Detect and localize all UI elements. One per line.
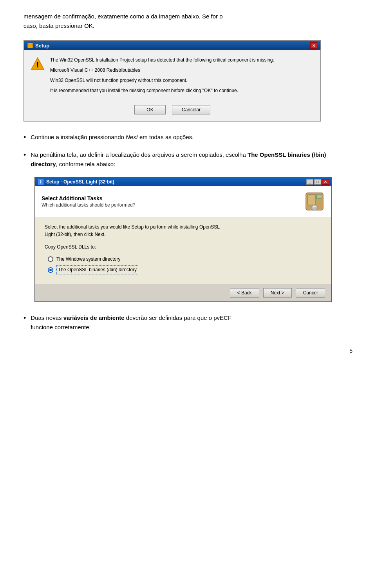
svg-rect-4 [316, 195, 322, 199]
intro-paragraph: mensagem de confirmação, exatamente como… [24, 12, 352, 31]
openssl-copy-label: Copy OpenSSL DLLs to: [45, 243, 322, 251]
page-content: mensagem de confirmação, exatamente como… [24, 12, 352, 354]
bullet3-line2: funcione corretamente: [31, 324, 90, 330]
openssl-header: Select Additional Tasks Which additional… [35, 186, 331, 217]
bullet1-part1: Continue a instalação pressionando [31, 134, 126, 140]
bullet-item-3: • Duas novas variáveis de ambiente dever… [24, 313, 352, 332]
openssl-header-icon: ⚙ [304, 191, 325, 212]
bullet-text-2: Na penúltima tela, ao definir a localiza… [31, 150, 352, 169]
bullet3-part2: deverão ser definidas para que o pvECF [125, 314, 232, 321]
setup-dialog-body: ! The Win32 OpenSSL Installation Project… [24, 50, 320, 102]
bullet-dot-2: • [24, 150, 26, 169]
radio-option-2[interactable]: The OpenSSL binaries (/bin) directory [48, 265, 322, 274]
openssl-dialog-title: Setup - OpenSSL Light (32-bit) [46, 179, 114, 185]
setup-warning-dialog: Setup ✕ ! The Win32 OpenSSL Installation… [24, 40, 321, 122]
openssl-window-controls: _ □ ✕ [306, 179, 329, 185]
setup-close-button[interactable]: ✕ [310, 42, 317, 49]
openssl-body: Select the additional tasks you would li… [35, 217, 331, 284]
bullet1-part3: opções. [172, 134, 194, 140]
openssl-titlebar: i Setup - OpenSSL Light (32-bit) _ □ ✕ [35, 178, 331, 186]
openssl-title-icon: i [38, 179, 44, 185]
bullet-dot-3: • [24, 313, 26, 332]
warning-line4: It is recommended that you install the m… [50, 87, 314, 94]
minimize-button[interactable]: _ [306, 179, 313, 185]
warning-icon-area: ! [31, 56, 45, 97]
openssl-body-line1: Select the additional tasks you would li… [45, 223, 322, 238]
svg-text:!: ! [36, 60, 39, 69]
radio-option-1[interactable]: The Windows system directory [48, 256, 322, 263]
setup-dialog-title: Setup [35, 43, 49, 49]
setup-title-left: Setup [27, 43, 49, 49]
bullet-item-2: • Na penúltima tela, ao definir a locali… [24, 150, 352, 169]
page-number: 5 [24, 348, 352, 354]
radio-group: The Windows system directory The OpenSSL… [48, 256, 322, 274]
bullet1-part2: em todas [138, 134, 165, 140]
openssl-header-title: Select Additional Tasks [42, 195, 135, 201]
bullet1-next: Next [126, 134, 138, 140]
close-button[interactable]: ✕ [322, 179, 329, 185]
bullet-item-1: • Continue a instalação pressionando Nex… [24, 132, 352, 142]
cancel-button[interactable]: Cancel [296, 288, 325, 298]
radio-label-1: The Windows system directory [56, 256, 120, 263]
radio-circle-2[interactable] [48, 267, 53, 273]
openssl-header-text: Select Additional Tasks Which additional… [42, 195, 135, 208]
bullet-dot-1: • [24, 132, 26, 142]
openssl-logo-icon: ⚙ [304, 191, 325, 212]
warning-line2: Microsoft Visual C++ 2008 Redistributabl… [50, 67, 314, 74]
bullet-text-1: Continue a instalação pressionando Next … [31, 132, 193, 142]
ok-button[interactable]: OK [134, 105, 166, 114]
warning-triangle-icon: ! [31, 56, 45, 71]
svg-rect-3 [308, 195, 316, 205]
radio-circle-1[interactable] [48, 256, 53, 262]
warning-line1: The Win32 OpenSSL Installation Project s… [50, 56, 314, 64]
intro-line2: caso, basta pressionar OK. [24, 22, 94, 29]
openssl-title-left: i Setup - OpenSSL Light (32-bit) [38, 179, 114, 185]
radio-label-2: The OpenSSL binaries (/bin) directory [56, 265, 138, 274]
maximize-button[interactable]: □ [314, 179, 321, 185]
svg-text:⚙: ⚙ [313, 207, 316, 209]
bullet-text-3: Duas novas variáveis de ambiente deverão… [31, 313, 231, 332]
openssl-setup-dialog: i Setup - OpenSSL Light (32-bit) _ □ ✕ S… [34, 177, 332, 302]
bullet2-part2: , conforme tela abaixo: [56, 161, 116, 167]
bullet1-as: as [165, 134, 172, 140]
warning-line3: Win32 OpenSSL will not function properly… [50, 77, 314, 84]
setup-dialog-buttons: OK Cancelar [24, 102, 320, 121]
bullet3-part1: Duas novas [31, 314, 63, 321]
intro-line1: mensagem de confirmação, exatamente como… [24, 13, 223, 20]
cancelar-button[interactable]: Cancelar [172, 105, 210, 114]
openssl-header-subtitle: Which additional tasks should be perform… [42, 202, 135, 208]
setup-dialog-titlebar: Setup ✕ [24, 41, 320, 50]
bullet2-part1: Na penúltima tela, ao definir a localiza… [31, 151, 248, 158]
openssl-footer: < Back Next > Cancel [35, 284, 331, 301]
next-button[interactable]: Next > [263, 288, 292, 298]
back-button[interactable]: < Back [230, 288, 259, 298]
setup-warning-text: The Win32 OpenSSL Installation Project s… [50, 56, 314, 97]
setup-title-icon [27, 43, 33, 48]
bullet3-bold: variáveis de ambiente [63, 314, 125, 321]
